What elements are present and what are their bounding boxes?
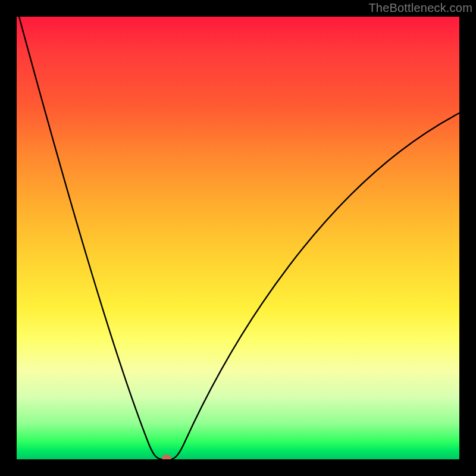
curve-svg xyxy=(17,17,459,459)
bottleneck-curve xyxy=(19,17,459,459)
watermark-text: TheBottleneck.com xyxy=(368,1,472,15)
chart-frame: TheBottleneck.com xyxy=(0,0,476,476)
plot-area xyxy=(17,17,459,459)
min-marker xyxy=(162,455,171,459)
